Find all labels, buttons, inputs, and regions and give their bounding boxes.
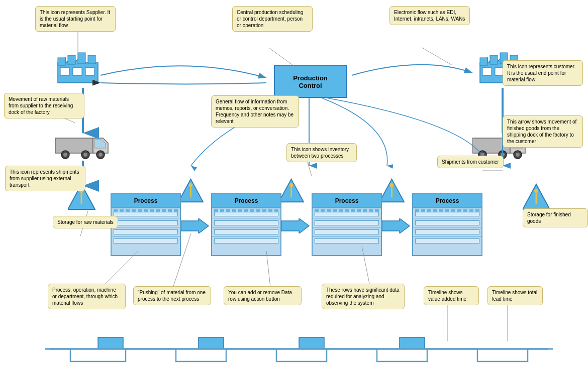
data-row-action-text: You can add or remove Data row using act… <box>228 290 292 302</box>
process-desc-text: Process, operation, machine or departmen… <box>52 287 118 306</box>
electronic-flow-callout-text: Electronic flow such as EDI, Internet, i… <box>394 10 465 22</box>
svg-marker-77 <box>181 218 209 233</box>
general-info-flow-text: General flow of information from memos, … <box>216 99 293 124</box>
finished-goods-text: This arrow shows movement of finished go… <box>507 119 576 144</box>
svg-point-61 <box>516 153 520 157</box>
supplier-shipment-text: This icon represents shipments from supp… <box>10 169 79 188</box>
electronic-flow-callout: Electronic flow such as EDI, Internet, i… <box>389 6 470 25</box>
storage-finished-text: Storage for finished goods <box>527 212 571 224</box>
process-box-4: Process <box>412 193 482 256</box>
storage-finished-callout: Storage for finished goods <box>523 208 588 227</box>
production-control-box: Production Control <box>274 65 347 98</box>
process-box-2: Process <box>211 193 281 256</box>
production-control-label: Production Control <box>293 74 328 89</box>
raw-material-movement-callout: Movement of raw materials from supplier … <box>4 93 84 118</box>
svg-point-50 <box>83 153 87 157</box>
pushing-material-text: "Pushing" of material from one process t… <box>138 290 206 302</box>
supplier-truck-icon <box>55 133 111 161</box>
process-desc-callout: Process, operation, machine or departmen… <box>48 284 126 309</box>
central-prod-callout: Central production scheduling or control… <box>232 6 313 32</box>
inventory-triangle-right <box>523 183 550 211</box>
svg-rect-38 <box>490 55 498 64</box>
storage-raw-callout: Storage for raw materials <box>53 216 118 228</box>
svg-rect-35 <box>85 68 94 75</box>
pushing-material-callout: "Pushing" of material from one process t… <box>133 286 211 305</box>
svg-rect-32 <box>88 55 95 64</box>
svg-marker-79 <box>382 218 410 233</box>
storage-raw-text: Storage for raw materials <box>57 219 114 225</box>
svg-rect-34 <box>73 68 82 75</box>
process-box-1: Process <box>111 193 181 256</box>
svg-point-52 <box>99 153 103 157</box>
shipments-customer-text: Shipments from customer <box>442 159 499 165</box>
svg-rect-33 <box>60 68 69 75</box>
supplier-callout-text: This icon represents Supplier. It is the… <box>40 10 110 28</box>
data-row-action-callout: You can add or remove Data row using act… <box>224 286 302 305</box>
inventory-triangle-1 <box>178 178 204 203</box>
svg-rect-41 <box>482 68 492 75</box>
push-arrow-3-4 <box>382 218 412 233</box>
supplier-shipment-callout: This icon represents shipments from supp… <box>5 166 85 191</box>
push-arrow-1-2 <box>181 218 211 233</box>
svg-point-76 <box>534 189 538 193</box>
supplier-factory-icon <box>53 48 103 85</box>
shipments-customer-callout: Shipments from customer <box>437 156 504 168</box>
svg-line-11 <box>269 48 297 68</box>
svg-point-73 <box>390 183 394 187</box>
svg-rect-37 <box>480 58 487 65</box>
svg-line-12 <box>422 48 452 65</box>
data-rows-desc-callout: These rows have significant data require… <box>322 284 405 309</box>
svg-marker-78 <box>281 218 309 233</box>
inventory-triangle-2 <box>279 178 304 203</box>
process-4-label: Process <box>413 194 481 208</box>
inventory-text: This icon shows Inventory between two pr… <box>291 147 349 159</box>
timeline-lead-callout: Timeline shows total lead time <box>487 286 543 305</box>
customer-callout: This icon represents customer. It is the… <box>503 60 583 86</box>
svg-point-67 <box>189 183 192 187</box>
svg-rect-31 <box>78 53 85 64</box>
raw-material-movement-text: Movement of raw materials from supplier … <box>9 96 73 115</box>
data-rows-desc-text: These rows have significant data require… <box>326 287 400 306</box>
customer-callout-text: This icon represents customer. It is the… <box>507 64 575 82</box>
push-arrow-2-3 <box>281 218 312 233</box>
timeline-lead-text: Timeline shows total lead time <box>492 290 537 302</box>
svg-point-70 <box>289 183 293 187</box>
process-2-label: Process <box>212 194 280 208</box>
timeline-value-added-callout: Timeline shows value added time <box>424 286 479 305</box>
supplier-callout: This icon represents Supplier. It is the… <box>35 6 116 32</box>
general-info-flow-callout: General flow of information from memos, … <box>211 95 299 128</box>
svg-rect-30 <box>68 55 75 64</box>
inventory-callout: This icon shows Inventory between two pr… <box>286 143 357 162</box>
inventory-triangle-3 <box>379 178 405 203</box>
process-box-3: Process <box>312 193 382 256</box>
timeline-value-added-text: Timeline shows value added time <box>428 290 466 302</box>
process-3-label: Process <box>313 194 381 208</box>
svg-rect-29 <box>58 58 65 65</box>
timeline <box>45 331 548 366</box>
central-prod-callout-text: Central production scheduling or control… <box>237 10 303 28</box>
finished-goods-callout: This arrow shows movement of finished go… <box>503 115 583 148</box>
process-1-label: Process <box>112 194 180 208</box>
svg-point-48 <box>63 153 67 157</box>
